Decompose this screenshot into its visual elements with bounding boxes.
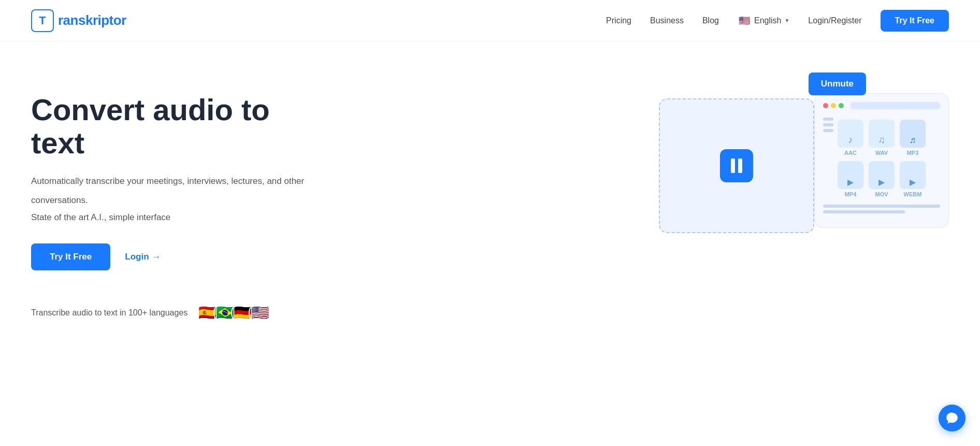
pause-icon xyxy=(731,159,742,173)
flags-cluster: 🇪🇸 🇧🇷 🇩🇪 🇺🇸 xyxy=(196,301,271,324)
format-label-webm: WEBM xyxy=(904,191,922,197)
browser-dots xyxy=(823,102,940,109)
format-mov: ▶ MOV xyxy=(869,161,895,197)
logo-icon: T xyxy=(31,9,54,32)
format-icon-webm: ▶ xyxy=(900,161,926,189)
format-label-mp4: MP4 xyxy=(845,191,857,197)
dot-yellow xyxy=(831,103,836,108)
login-arrow-link[interactable]: Login → xyxy=(125,252,161,262)
format-label-mov: MOV xyxy=(875,191,888,197)
language-flag: 🇺🇸 xyxy=(738,14,751,27)
unmute-button[interactable]: Unmute xyxy=(809,73,866,95)
hero-illustration: Unmute xyxy=(659,73,949,290)
languages-text: Transcribe audio to text in 100+ languag… xyxy=(31,308,188,318)
pause-bar-right xyxy=(738,159,742,173)
format-label-aac: AAC xyxy=(844,150,857,156)
language-label: English xyxy=(754,16,781,25)
search-bar-mini xyxy=(851,102,940,109)
play-pause-button[interactable] xyxy=(720,149,753,182)
logo-link[interactable]: T ranskriptor xyxy=(31,9,126,32)
player-card xyxy=(659,98,814,233)
formats-card: ♪ AAC ♫ WAV ♬ xyxy=(814,93,949,228)
nav-business[interactable]: Business xyxy=(650,16,684,25)
hero-buttons: Try It Free Login → xyxy=(31,243,321,270)
format-icon-mp4: ▶ xyxy=(838,161,863,189)
pause-bar-left xyxy=(731,159,735,173)
hero-left: Convert audio to text Automatically tran… xyxy=(31,83,321,324)
hero-subtitle-3: State of the art A.I., simple interface xyxy=(31,212,321,223)
format-icon-aac: ♪ xyxy=(838,120,863,148)
navbar: T ranskriptor Pricing Business Blog 🇺🇸 E… xyxy=(0,0,980,41)
hero-subtitle-2: conversations. xyxy=(31,193,321,207)
format-wav: ♫ WAV xyxy=(869,120,895,156)
format-label-mp3: MP3 xyxy=(907,150,919,156)
arrow-icon: → xyxy=(152,252,161,262)
try-it-free-hero-button[interactable]: Try It Free xyxy=(31,243,110,270)
dot-green xyxy=(839,103,844,108)
format-aac: ♪ AAC xyxy=(838,120,863,156)
format-icon-mp3: ♬ xyxy=(900,120,926,148)
hero-subtitle-1: Automatically transcribe your meetings, … xyxy=(31,174,321,188)
chat-bubble-button[interactable] xyxy=(939,405,965,431)
nav-blog[interactable]: Blog xyxy=(702,16,719,25)
flag-us: 🇺🇸 xyxy=(249,301,271,324)
text-line xyxy=(823,123,833,126)
chat-icon xyxy=(945,411,959,425)
logo-text: ranskriptor xyxy=(58,12,126,28)
try-it-free-nav-button[interactable]: Try It Free xyxy=(881,10,949,32)
format-mp3: ♬ MP3 xyxy=(900,120,926,156)
nav-pricing[interactable]: Pricing xyxy=(606,16,631,25)
format-mp4: ▶ MP4 xyxy=(838,161,863,197)
text-line-bottom xyxy=(823,205,940,208)
text-line xyxy=(823,129,833,132)
languages-row: Transcribe audio to text in 100+ languag… xyxy=(31,301,321,324)
login-register-link[interactable]: Login/Register xyxy=(808,16,861,25)
format-icon-mov: ▶ xyxy=(869,161,895,189)
hero-title: Convert audio to text xyxy=(31,93,321,160)
format-icon-wav: ♫ xyxy=(869,120,895,148)
nav-links: Pricing Business Blog 🇺🇸 English ▼ Login… xyxy=(606,10,949,32)
text-line xyxy=(823,118,833,121)
dot-red xyxy=(823,103,828,108)
format-webm: ▶ WEBM xyxy=(900,161,926,197)
format-label-wav: WAV xyxy=(875,150,888,156)
hero-section: Convert audio to text Automatically tran… xyxy=(0,41,980,355)
formats-grid: ♪ AAC ♫ WAV ♬ xyxy=(838,120,926,197)
chevron-down-icon: ▼ xyxy=(784,18,789,23)
text-line-bottom2 xyxy=(823,210,905,213)
language-selector[interactable]: 🇺🇸 English ▼ xyxy=(738,14,789,27)
